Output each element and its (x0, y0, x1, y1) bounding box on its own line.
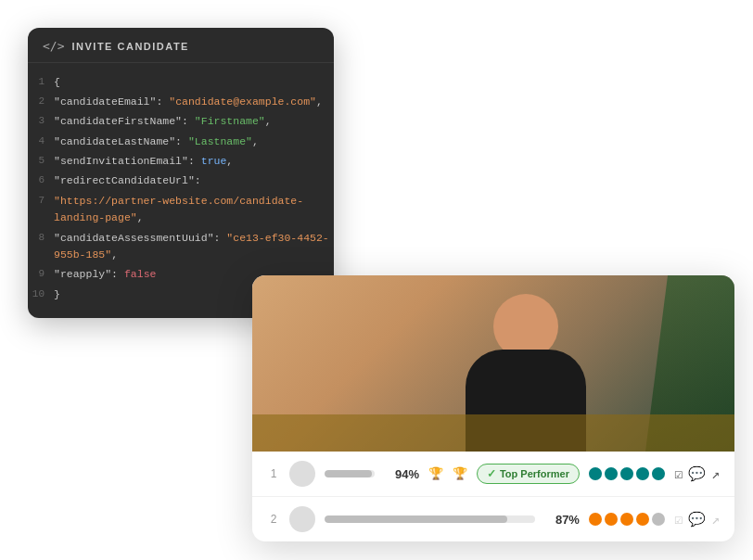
dot-2-4 (636, 513, 649, 526)
progress-bar-1 (325, 470, 375, 477)
share-icon-2[interactable]: ↗ (711, 511, 720, 528)
svg-point-5 (334, 213, 352, 232)
message-icon-2[interactable]: 💬 (688, 511, 706, 528)
top-performer-badge: ✓ Top Performer (477, 464, 580, 484)
top-performer-label: Top Performer (500, 468, 569, 479)
message-icon-1[interactable]: 💬 (688, 465, 706, 483)
svg-line-6 (343, 204, 351, 223)
action-icons-1: ☑ 💬 ↗ (674, 465, 720, 483)
dot-2-2 (605, 513, 618, 526)
dot-1-5 (652, 467, 665, 480)
skill-dots-1 (589, 467, 665, 480)
share-icon-1[interactable]: ↗ (711, 465, 720, 483)
progress-fill-1 (325, 470, 372, 477)
score-2: 87% (544, 513, 580, 527)
svg-point-1 (440, 78, 469, 108)
progress-fill-2 (325, 515, 507, 523)
code-card-header: </> INVITE CANDIDATE (28, 28, 334, 63)
code-card: </> INVITE CANDIDATE 1 { 2 "candidateEma… (28, 28, 334, 318)
avatar-2 (289, 506, 315, 532)
dot-2-1 (589, 513, 602, 526)
svg-line-7 (417, 108, 454, 159)
code-line-6: 6 "redirectCandidateUrl": (28, 172, 334, 191)
code-line-5: 5 "sendInvitationEmail": true, (28, 152, 334, 172)
video-section (252, 275, 734, 452)
dot-1-1 (589, 467, 602, 480)
code-brackets-icon: </> (43, 39, 64, 53)
trophy-icon-2: 🏆 (453, 466, 467, 481)
dot-1-2 (605, 467, 618, 480)
code-line-7: 7 "https://partner-website.com/candidate… (28, 191, 334, 228)
code-line-2: 2 "candidateEmail": "candidate@example.c… (28, 92, 334, 111)
dot-1-3 (620, 467, 633, 480)
scene: </> INVITE CANDIDATE 1 { 2 "candidateEma… (0, 0, 753, 560)
candidate-row-1: 1 94% 🏆 🏆 ✓ Top Performer (252, 452, 734, 497)
bookmark-icon-2[interactable]: ☑ (674, 511, 683, 528)
trophy-icon-1: 🏆 (428, 466, 443, 481)
candidate-row-2: 2 87% ☑ 💬 ↗ (252, 497, 734, 541)
rank-2: 2 (267, 513, 280, 526)
results-card: 1 94% 🏆 🏆 ✓ Top Performer (252, 275, 734, 541)
rank-1: 1 (267, 467, 280, 480)
dot-2-5 (652, 513, 665, 526)
check-icon: ✓ (487, 467, 496, 480)
dot-2-3 (620, 513, 633, 526)
dot-1-4 (636, 467, 649, 480)
bookmark-icon-1[interactable]: ☑ (674, 465, 683, 483)
skill-dots-2 (589, 513, 665, 526)
svg-point-0 (351, 156, 447, 252)
svg-line-8 (447, 219, 564, 269)
candidates-section: 1 94% 🏆 🏆 ✓ Top Performer (252, 452, 734, 541)
code-line-1: 1 { (28, 72, 334, 92)
avatar-1 (289, 461, 315, 487)
progress-bar-2 (325, 515, 535, 523)
action-icons-2: ☑ 💬 ↗ (674, 511, 720, 528)
code-line-3: 3 "candidateFirstName": "Firstname", (28, 112, 334, 132)
code-line-8: 8 "candidateAssessmentUuid": "ce13-ef30-… (28, 228, 334, 265)
code-line-4: 4 "candidateLastName": "Lastname", (28, 132, 334, 151)
score-1: 94% (384, 467, 419, 481)
background-desk (252, 414, 734, 452)
code-card-title: INVITE CANDIDATE (71, 41, 188, 52)
